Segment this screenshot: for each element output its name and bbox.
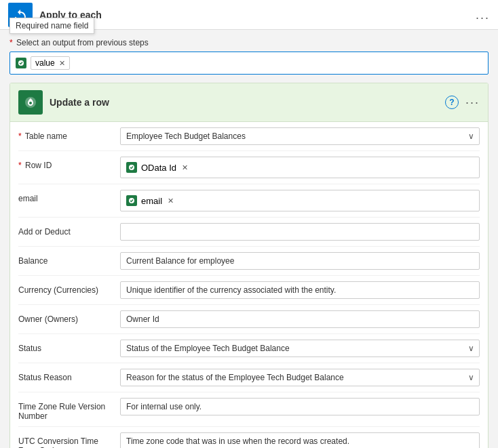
email-tag-input[interactable]: email ✕ (120, 190, 480, 211)
label-currency: Currency (Currencies) (18, 281, 113, 295)
help-button[interactable]: ? (445, 96, 459, 109)
table-name-select[interactable]: Employee Tech Budget Balances (120, 127, 480, 145)
label-status-reason: Status Reason (18, 369, 113, 382)
value-tag-icon (16, 58, 26, 68)
label-balance: Balance (18, 252, 113, 266)
label-email: email (18, 190, 113, 203)
timezone-rule-input[interactable] (120, 398, 480, 415)
owner-input[interactable] (120, 310, 480, 328)
label-status: Status (18, 340, 113, 353)
form-row-row-id: * Row ID OData Id ✕ (18, 151, 480, 184)
control-currency (120, 281, 480, 299)
output-select-box[interactable]: value ✕ (9, 52, 489, 75)
control-timezone-rule (120, 398, 480, 415)
form-row-currency: Currency (Currencies) (18, 276, 480, 305)
control-add-or-deduct (120, 223, 480, 241)
form-row-owner: Owner (Owners) (18, 305, 480, 334)
header-more-options[interactable]: ... (476, 9, 490, 21)
label-table-name: * Table name (18, 127, 113, 141)
label-utc-conversion: UTC Conversion Time Zone Code (18, 432, 113, 448)
control-balance (120, 252, 480, 270)
control-owner (120, 310, 480, 328)
status-select[interactable]: Status of the Employee Tech Budget Balan… (120, 340, 480, 357)
form-row-table-name: * Table name Employee Tech Budget Balanc… (18, 122, 480, 151)
form-row-add-or-deduct: Add or Deduct (18, 218, 480, 247)
label-owner: Owner (Owners) (18, 310, 113, 324)
control-status: Status of the Employee Tech Budget Balan… (120, 340, 480, 357)
control-status-reason: Reason for the status of the Employee Te… (120, 369, 480, 386)
select-output-label: * Select an output from previous steps (9, 38, 489, 47)
form-row-status-reason: Status Reason Reason for the status of t… (18, 363, 480, 392)
control-email: email ✕ (120, 190, 480, 211)
form-row-balance: Balance (18, 247, 480, 276)
balance-input[interactable] (120, 252, 480, 270)
form-row-utc-conversion: UTC Conversion Time Zone Code (18, 427, 480, 448)
required-name-tooltip: Required name field (9, 18, 94, 34)
update-row-title: Update a row (50, 97, 109, 108)
email-tag-icon (126, 195, 137, 206)
label-timezone-rule: Time Zone Rule Version Number (18, 398, 113, 421)
value-tag-close[interactable]: ✕ (59, 59, 65, 68)
label-row-id: * Row ID (18, 157, 113, 170)
label-add-or-deduct: Add or Deduct (18, 223, 113, 237)
value-tag: value ✕ (31, 56, 70, 70)
odata-id-tag-icon (126, 162, 137, 173)
control-row-id: OData Id ✕ (120, 157, 480, 178)
update-row-form: * Table name Employee Tech Budget Balanc… (10, 122, 488, 448)
control-utc-conversion (120, 432, 480, 448)
utc-conversion-input[interactable] (120, 432, 480, 448)
update-row-icon (18, 90, 43, 115)
row-id-tag-input[interactable]: OData Id ✕ (120, 157, 480, 178)
currency-input[interactable] (120, 281, 480, 299)
update-row-card: Update a row ? ··· * Table name (9, 83, 489, 448)
update-row-card-header: Update a row ? ··· (10, 83, 488, 122)
update-row-more-options[interactable]: ··· (465, 96, 480, 108)
svg-point-2 (29, 102, 32, 104)
status-reason-select[interactable]: Reason for the status of the Employee Te… (120, 369, 480, 386)
odata-id-tag-close[interactable]: ✕ (182, 163, 188, 172)
email-tag-close[interactable]: ✕ (168, 197, 174, 205)
form-row-timezone-rule: Time Zone Rule Version Number (18, 392, 480, 427)
form-row-email: email email ✕ (18, 184, 480, 218)
add-or-deduct-input[interactable] (120, 223, 480, 241)
main-content: * Select an output from previous steps v… (0, 30, 498, 448)
control-table-name: Employee Tech Budget Balances ∨ (120, 127, 480, 145)
form-row-status: Status Status of the Employee Tech Budge… (18, 334, 480, 363)
